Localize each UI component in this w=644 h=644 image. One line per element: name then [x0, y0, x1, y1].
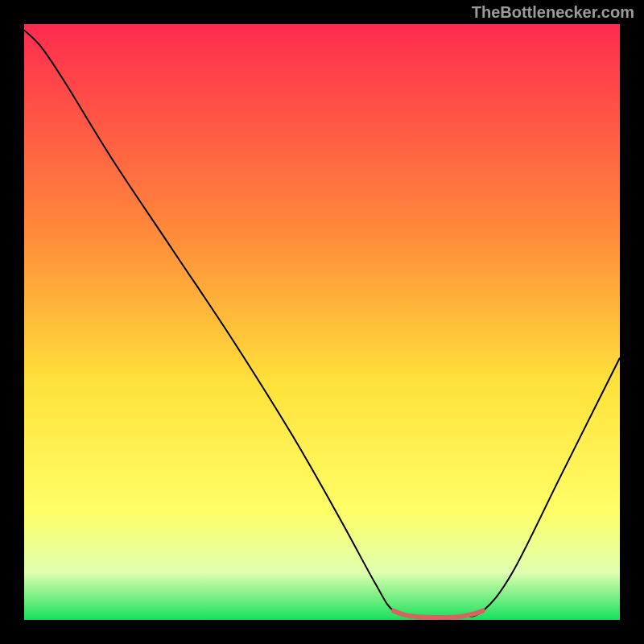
- curve-layer: [24, 24, 620, 620]
- watermark-text: TheBottleneсker.com: [472, 3, 634, 22]
- plot-area: [24, 24, 620, 620]
- bottleneck-curve: [24, 30, 620, 617]
- optimal-highlight: [394, 611, 483, 617]
